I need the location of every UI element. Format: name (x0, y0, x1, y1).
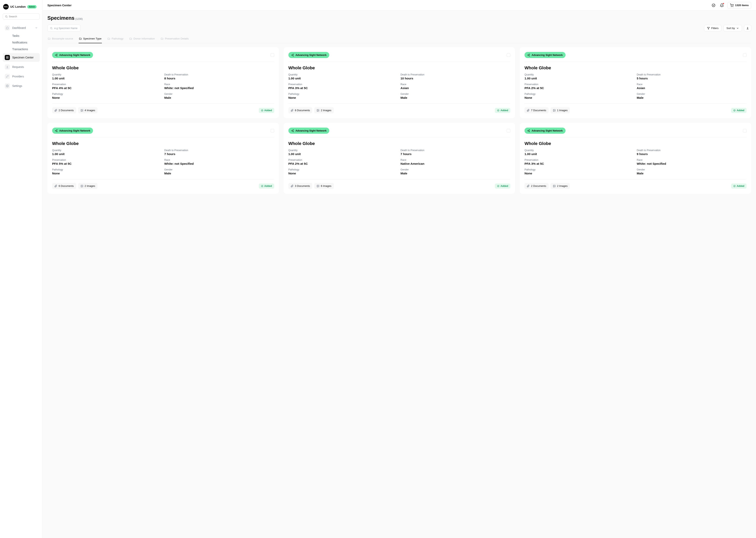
check-circle-icon[interactable] (711, 3, 716, 8)
field-label: Gender (637, 168, 746, 171)
select-checkbox[interactable] (271, 53, 274, 57)
field-value: 1.00 unit (288, 152, 398, 156)
field-label: Race (637, 159, 746, 161)
svg-point-31 (317, 110, 318, 110)
documents-label: 2 Documents (59, 109, 74, 112)
field-value: PFA 3% at 5C (288, 86, 398, 90)
cart-icon (730, 4, 733, 7)
svg-point-41 (57, 130, 58, 130)
network-pill[interactable]: Advancing Sight Network (524, 52, 565, 58)
swap-icon (5, 74, 10, 79)
specimen-search-input[interactable] (54, 27, 78, 29)
nav-sub-notifications[interactable]: Notifications (3, 39, 40, 46)
nav-item-specimen-center[interactable]: Specimen Center (3, 53, 40, 62)
download-icon (5, 64, 10, 70)
network-pill[interactable]: Advancing Sight Network (52, 128, 93, 134)
check-circle-icon (497, 109, 499, 112)
nav-sub-transactions[interactable]: Transactions (3, 46, 40, 52)
field-label: Race (401, 159, 510, 161)
documents-chip[interactable]: 3 Documents (288, 183, 312, 189)
field-label: Pathology (288, 168, 398, 171)
field-quantity: Quantity1.00 unit (524, 149, 634, 156)
nav-sub-dashboard: Tasks Notifications Transactions (3, 32, 40, 52)
specimen-card: Advancing Sight NetworkWhole GlobeQuanti… (520, 123, 751, 194)
field-label: Death to Preservation (637, 149, 746, 152)
tab-preservation-details[interactable]: Preservation Details (160, 35, 189, 43)
select-checkbox[interactable] (743, 129, 746, 133)
tab-pathology[interactable]: Pathology (107, 35, 124, 43)
svg-point-34 (528, 55, 528, 56)
nav-item-settings[interactable]: Settings (3, 81, 40, 90)
nav-sub-tasks[interactable]: Tasks (3, 32, 40, 39)
filters-button[interactable]: Filters (704, 25, 722, 31)
bell-icon[interactable] (719, 3, 725, 8)
documents-chip[interactable]: 6 Documents (288, 107, 312, 113)
field-preservation: PreservationPFA 3% at 5C (288, 83, 398, 90)
field-death-to-preservation: Death to Preservation9 hours (637, 149, 746, 156)
tab-donor-information[interactable]: Donor Information (129, 35, 155, 43)
select-checkbox[interactable] (507, 53, 510, 57)
select-checkbox[interactable] (743, 53, 746, 57)
field-pathology: PathologyNone (52, 168, 162, 175)
specimen-search[interactable] (47, 25, 80, 31)
specimen-card: Advancing Sight NetworkWhole GlobeQuanti… (47, 47, 279, 118)
svg-point-57 (529, 130, 530, 130)
images-chip[interactable]: 2 Images (314, 107, 334, 113)
sidebar-search[interactable] (3, 14, 40, 20)
nav-item-requests[interactable]: Requests (3, 63, 40, 71)
images-chip[interactable]: 1 Images (550, 107, 570, 113)
field-label: Gender (637, 93, 746, 95)
specimen-title: Whole Globe (524, 65, 746, 71)
sort-by-button[interactable]: Sort by (724, 25, 742, 31)
added-badge: Added (259, 184, 274, 188)
svg-line-61 (528, 131, 529, 131)
select-checkbox[interactable] (507, 129, 510, 133)
gear-icon (5, 83, 10, 88)
select-checkbox[interactable] (271, 129, 274, 133)
divider (288, 62, 510, 62)
svg-rect-4 (6, 58, 7, 58)
added-label: Added (737, 185, 744, 188)
documents-chip[interactable]: 2 Documents (52, 107, 76, 113)
tab-biosample-source[interactable]: Biosample source (47, 35, 73, 43)
nav-item-providers[interactable]: Providers (3, 72, 40, 81)
field-value: PFA 2% at 5C (524, 86, 634, 90)
share-icon (291, 129, 294, 132)
field-label: Quantity (524, 73, 634, 76)
sidebar-search-input[interactable] (9, 15, 37, 18)
images-chip[interactable]: 2 Images (78, 183, 98, 189)
image-icon (553, 109, 556, 112)
tab-label: Preservation Details (165, 37, 189, 40)
svg-point-23 (81, 110, 82, 110)
field-value: White: not Specified (164, 86, 274, 90)
tab-specimen-type[interactable]: Specimen Type (78, 35, 102, 43)
field-quantity: Quantity1.00 unit (288, 149, 398, 156)
svg-line-53 (292, 131, 293, 131)
field-label: Preservation (52, 159, 162, 161)
network-pill[interactable]: Advancing Sight Network (288, 52, 329, 58)
svg-point-33 (529, 54, 530, 55)
download-button[interactable] (744, 25, 751, 31)
images-chip[interactable]: 2 Images (550, 183, 570, 189)
images-chip[interactable]: 4 Images (78, 107, 98, 113)
specimen-grid: Advancing Sight NetworkWhole GlobeQuanti… (47, 47, 751, 194)
documents-chip[interactable]: 7 Documents (524, 107, 548, 113)
images-label: 2 Images (557, 185, 567, 188)
svg-line-44 (56, 130, 57, 130)
network-pill[interactable]: Advancing Sight Network (524, 128, 565, 134)
documents-label: 3 Documents (295, 185, 310, 188)
documents-chip[interactable]: 6 Documents (52, 183, 76, 189)
svg-point-26 (291, 55, 292, 56)
cart-button[interactable]: 1320 items (728, 2, 751, 9)
field-value: Male (401, 172, 510, 175)
network-pill[interactable]: Advancing Sight Network (288, 128, 329, 134)
filter-icon (707, 27, 710, 29)
images-chip[interactable]: 6 Images (314, 183, 334, 189)
nav-label: Dashboard (12, 26, 32, 29)
svg-point-18 (55, 55, 56, 56)
documents-chip[interactable]: 2 Documents (524, 183, 548, 189)
search-icon (50, 27, 53, 29)
nav-item-dashboard[interactable]: Dashboard (3, 24, 40, 32)
network-pill[interactable]: Advancing Sight Network (52, 52, 93, 58)
field-pathology: PathologyNone (524, 93, 634, 99)
